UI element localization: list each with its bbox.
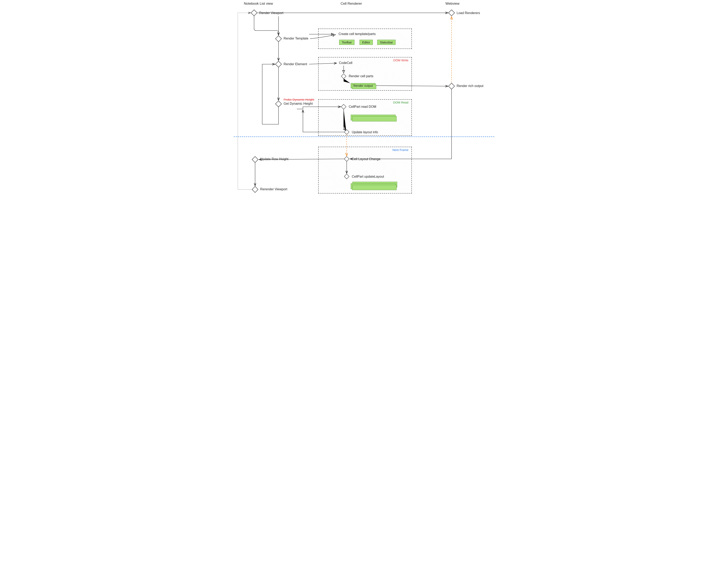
diamond-render-template [275, 36, 282, 42]
greenblock-read [351, 115, 396, 120]
diamond-render-viewport [251, 10, 257, 16]
diamond-cellpart-read [341, 104, 346, 109]
diamond-update-row [252, 156, 258, 162]
diamond-load-renderers [448, 10, 455, 16]
diamond-rerender [252, 186, 258, 192]
diamond-update-layout [344, 130, 349, 134]
diamond-render-rich [448, 83, 455, 89]
diamond-render-cell-parts [341, 74, 346, 79]
diagram-svg [234, 0, 494, 203]
chip-render-output: Render output [351, 83, 375, 88]
diagram-canvas: Notebook List view Cell Renderer Webview… [234, 0, 494, 203]
diamond-render-element [275, 61, 282, 67]
diamond-get-dynamic [275, 101, 282, 107]
diamond-cell-layout-change [344, 156, 349, 161]
diamond-cellpart-update [344, 174, 349, 179]
greenblock-update [351, 183, 396, 189]
